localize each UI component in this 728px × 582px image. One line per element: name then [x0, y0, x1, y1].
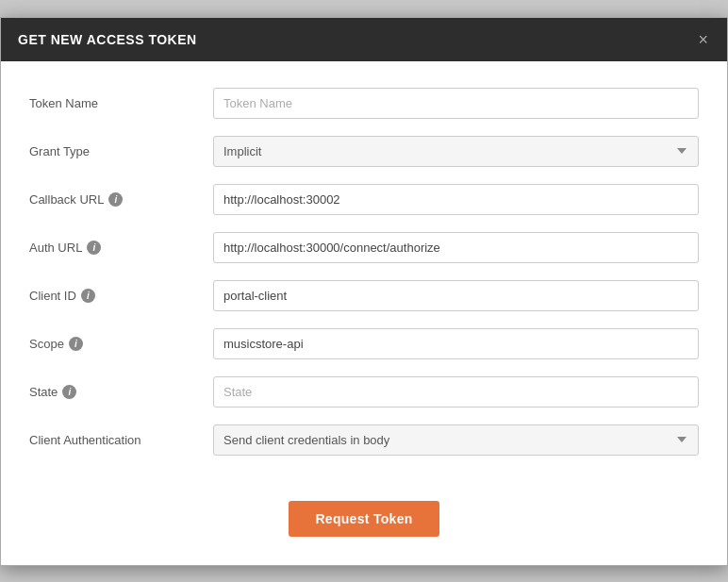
scope-label: Scope i — [29, 337, 213, 351]
callback-url-row: Callback URL i — [29, 184, 699, 215]
client-auth-row: Client Authentication Send client creden… — [29, 424, 699, 456]
client-id-info-icon: i — [81, 289, 95, 303]
state-label: State i — [29, 385, 213, 399]
modal-title: GET NEW ACCESS TOKEN — [18, 32, 197, 47]
client-auth-label: Client Authentication — [29, 433, 213, 447]
request-token-button[interactable]: Request Token — [289, 501, 438, 537]
modal-footer: Request Token — [1, 491, 727, 565]
scope-info-icon: i — [69, 337, 83, 351]
token-name-row: Token Name — [29, 88, 699, 119]
auth-url-label: Auth URL i — [29, 241, 213, 255]
auth-url-row: Auth URL i — [29, 232, 699, 263]
callback-url-info-icon: i — [108, 192, 123, 207]
modal-header: GET NEW ACCESS TOKEN × — [1, 18, 727, 61]
client-id-input[interactable] — [213, 280, 699, 311]
token-name-label: Token Name — [29, 96, 213, 110]
client-id-label: Client ID i — [29, 289, 213, 303]
callback-url-input[interactable] — [213, 184, 699, 215]
state-info-icon: i — [62, 385, 76, 399]
grant-type-row: Grant Type Implicit Authorization Code C… — [29, 136, 699, 167]
grant-type-label: Grant Type — [29, 144, 213, 158]
client-auth-select[interactable]: Send client credentials in body Send as … — [213, 424, 699, 456]
state-input[interactable] — [213, 376, 699, 407]
state-row: State i — [29, 376, 699, 407]
client-id-row: Client ID i — [29, 280, 699, 311]
scope-input[interactable] — [213, 328, 699, 359]
scope-row: Scope i — [29, 328, 699, 359]
token-name-input[interactable] — [213, 88, 699, 119]
callback-url-label: Callback URL i — [29, 192, 213, 207]
auth-url-input[interactable] — [213, 232, 699, 263]
close-button[interactable]: × — [696, 31, 710, 48]
auth-url-info-icon: i — [87, 241, 101, 255]
modal-container: GET NEW ACCESS TOKEN × Token Name Grant … — [0, 17, 728, 566]
grant-type-select[interactable]: Implicit Authorization Code Client Crede… — [213, 136, 699, 167]
modal-body: Token Name Grant Type Implicit Authoriza… — [1, 61, 727, 491]
